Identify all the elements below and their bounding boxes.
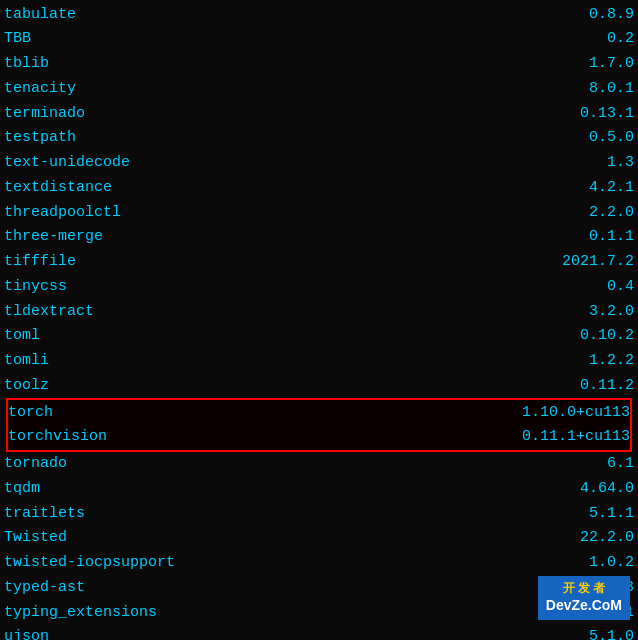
table-row: threadpoolctl2.2.0 (4, 200, 634, 225)
table-row: tblib1.7.0 (4, 52, 634, 77)
package-name: testpath (4, 127, 204, 149)
package-version: 4.2.1 (549, 177, 634, 199)
package-version: 0.4 (567, 276, 634, 298)
package-version: 8.0.1 (549, 78, 634, 100)
package-version: 3.2.0 (549, 301, 634, 323)
table-row: text-unidecode1.3 (4, 151, 634, 176)
package-name: tenacity (4, 78, 204, 100)
table-row: toml0.10.2 (4, 324, 634, 349)
package-name: ujson (4, 626, 204, 640)
package-version: 2.2.0 (549, 202, 634, 224)
table-row: twisted-iocpsupport1.0.2 (4, 551, 634, 576)
watermark-line2: DevZe.CoM (546, 596, 622, 616)
table-row: textdistance4.2.1 (4, 175, 634, 200)
package-version: 1.10.0+cu113 (482, 402, 630, 424)
package-version: 1.2.2 (549, 350, 634, 372)
table-row: tinycss0.4 (4, 274, 634, 299)
watermark-line1: 开 发 者 (546, 580, 622, 597)
package-version: 2021.7.2 (522, 251, 634, 273)
package-version: 0.10.2 (540, 325, 634, 347)
package-name: torch (8, 402, 208, 424)
package-version: 0.8.9 (549, 4, 634, 26)
package-version: 1.0.2 (549, 552, 634, 574)
table-row: three-merge0.1.1 (4, 225, 634, 250)
package-version: 0.1.1 (549, 226, 634, 248)
package-name: torchvision (8, 426, 208, 448)
package-name: toml (4, 325, 204, 347)
package-version: 22.2.0 (540, 527, 634, 549)
table-row: Twisted22.2.0 (4, 526, 634, 551)
package-name: three-merge (4, 226, 204, 248)
package-name: tldextract (4, 301, 204, 323)
package-name: tifffile (4, 251, 204, 273)
package-name: textdistance (4, 177, 204, 199)
package-name: twisted-iocpsupport (4, 552, 204, 574)
package-version: 5.1.0 (549, 626, 634, 640)
table-row: terminado0.13.1 (4, 101, 634, 126)
table-row: tenacity8.0.1 (4, 76, 634, 101)
package-name: traitlets (4, 503, 204, 525)
table-row: tifffile2021.7.2 (4, 250, 634, 275)
package-name: tinycss (4, 276, 204, 298)
package-version: 4.64.0 (540, 478, 634, 500)
package-name: typed-ast (4, 577, 204, 599)
package-name: tblib (4, 53, 204, 75)
package-name: threadpoolctl (4, 202, 204, 224)
package-list: tabulate0.8.9TBB0.2tblib1.7.0tenacity8.0… (0, 0, 638, 640)
table-row: testpath0.5.0 (4, 126, 634, 151)
table-row: tomli1.2.2 (4, 349, 634, 374)
package-name: Twisted (4, 527, 204, 549)
table-row: tornado6.1 (4, 452, 634, 477)
table-row: tabulate0.8.9 (4, 2, 634, 27)
table-row: torch1.10.0+cu113 (8, 400, 630, 425)
table-row: toolz0.11.2 (4, 373, 634, 398)
table-row: ujson5.1.0 (4, 625, 634, 640)
package-name: terminado (4, 103, 204, 125)
table-row: TBB0.2 (4, 27, 634, 52)
package-version: 6.1 (567, 453, 634, 475)
package-name: tabulate (4, 4, 204, 26)
table-row: traitlets5.1.1 (4, 501, 634, 526)
package-name: tornado (4, 453, 204, 475)
package-version: 0.13.1 (540, 103, 634, 125)
table-row: torchvision0.11.1+cu113 (8, 425, 630, 450)
package-name: typing_extensions (4, 602, 204, 624)
package-version: 5.1.1 (549, 503, 634, 525)
package-version: 1.3 (567, 152, 634, 174)
package-name: TBB (4, 28, 204, 50)
watermark: 开 发 者 DevZe.CoM (538, 576, 630, 620)
table-row: tldextract3.2.0 (4, 299, 634, 324)
package-name: toolz (4, 375, 204, 397)
package-name: text-unidecode (4, 152, 204, 174)
table-row: tqdm4.64.0 (4, 476, 634, 501)
highlight-block: torch1.10.0+cu113torchvision0.11.1+cu113 (6, 398, 632, 452)
package-name: tqdm (4, 478, 204, 500)
package-version: 0.2 (567, 28, 634, 50)
package-version: 0.5.0 (549, 127, 634, 149)
package-version: 1.7.0 (549, 53, 634, 75)
package-version: 0.11.1+cu113 (482, 426, 630, 448)
package-version: 0.11.2 (540, 375, 634, 397)
package-name: tomli (4, 350, 204, 372)
